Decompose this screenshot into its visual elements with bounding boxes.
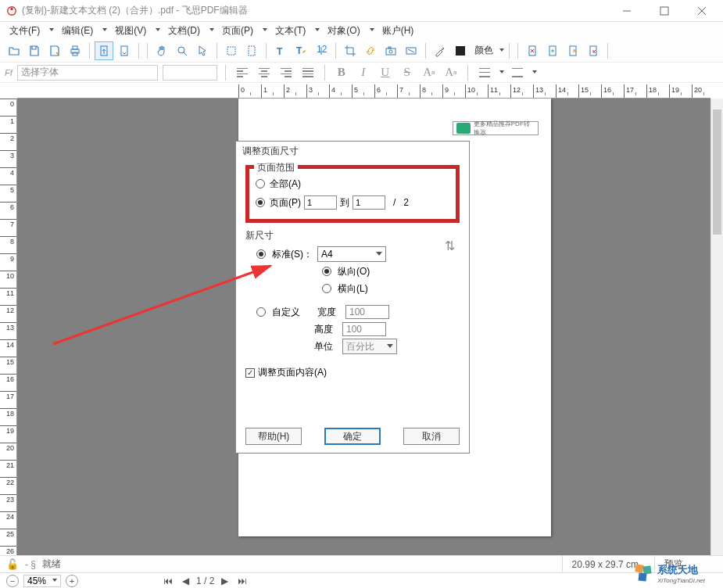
- menu-page[interactable]: 页面(P): [217, 23, 258, 39]
- color-swatch-icon[interactable]: [451, 41, 470, 60]
- menu-account[interactable]: 账户(H): [378, 23, 419, 39]
- svg-rect-14: [249, 46, 255, 56]
- zoom-icon[interactable]: [173, 41, 191, 60]
- all-pages-label: 全部(A): [270, 177, 301, 191]
- bold-icon[interactable]: B: [333, 64, 350, 81]
- help-button[interactable]: 帮助(H): [245, 428, 302, 445]
- menu-document[interactable]: 文档(D): [163, 23, 205, 39]
- page-export-icon[interactable]: [564, 41, 582, 60]
- page-mode-2-icon[interactable]: [115, 41, 134, 60]
- status-text: 就绪: [42, 558, 556, 571]
- page-range-legend: 页面范围: [254, 161, 298, 174]
- redact-icon[interactable]: [402, 41, 421, 60]
- page-import-icon[interactable]: [584, 41, 603, 60]
- svg-rect-21: [388, 47, 391, 48]
- brand-name: 系统天地: [657, 563, 705, 577]
- close-button[interactable]: [690, 2, 714, 20]
- char-spacing-icon[interactable]: [509, 64, 526, 81]
- align-justify-icon[interactable]: [299, 64, 317, 81]
- width-input[interactable]: [345, 305, 389, 319]
- svg-rect-34: [635, 564, 644, 573]
- zoom-value[interactable]: 45%: [23, 575, 61, 587]
- text-caret-icon[interactable]: 123: [312, 41, 331, 60]
- line-height-icon[interactable]: [476, 64, 493, 81]
- status-bar: 🔓 - § 就绪 20.99 x 29.7 cm 预览: [0, 555, 723, 572]
- menu-object[interactable]: 对象(O): [323, 23, 364, 39]
- crop-icon[interactable]: [341, 41, 360, 60]
- radio-portrait[interactable]: [322, 267, 331, 276]
- next-page-button[interactable]: ▶: [219, 575, 231, 586]
- watermark-banner: 更多精品推荐PDF转换器: [453, 121, 539, 135]
- custom-label: 自定义: [272, 306, 313, 319]
- adjust-content-checkbox[interactable]: ✓: [245, 368, 255, 378]
- strikethrough-icon[interactable]: S: [399, 64, 416, 81]
- font-size-select[interactable]: [163, 65, 217, 81]
- svg-line-23: [408, 49, 414, 52]
- page-add-icon[interactable]: [543, 41, 562, 60]
- align-right-icon[interactable]: [277, 64, 295, 81]
- portrait-label: 纵向(O): [338, 265, 370, 278]
- svg-point-1: [10, 7, 13, 10]
- camera-icon[interactable]: [381, 41, 400, 60]
- page-mode-1-icon[interactable]: [95, 41, 113, 60]
- radio-all-pages[interactable]: [256, 179, 265, 188]
- zoom-in-button[interactable]: +: [66, 575, 78, 587]
- align-left-icon[interactable]: [234, 64, 251, 81]
- first-page-button[interactable]: ⏮: [161, 575, 175, 586]
- app-logo-icon: [6, 5, 17, 16]
- select-rect-icon[interactable]: [222, 41, 241, 60]
- height-input[interactable]: [342, 322, 386, 336]
- save-as-icon[interactable]: [45, 41, 64, 60]
- radio-custom-size[interactable]: [256, 307, 266, 317]
- main-toolbar: T T 123 颜色: [0, 39, 723, 63]
- font-family-select[interactable]: 选择字体: [17, 65, 158, 81]
- vertical-scrollbar[interactable]: [710, 99, 723, 555]
- page-range-label: 页面(P): [270, 196, 301, 210]
- radio-standard-size[interactable]: [256, 249, 266, 259]
- page-from-input[interactable]: [304, 195, 337, 210]
- menu-text[interactable]: 文本(T): [270, 23, 310, 39]
- svg-text:T: T: [296, 45, 302, 56]
- swap-dimensions-icon[interactable]: ⇅: [445, 238, 455, 253]
- svg-rect-13: [227, 47, 235, 55]
- select-doc-icon[interactable]: [242, 41, 261, 60]
- last-page-button[interactable]: ⏭: [235, 575, 249, 586]
- menu-file[interactable]: 文件(F): [5, 23, 45, 39]
- text-edit-icon[interactable]: T: [292, 41, 310, 60]
- print-icon[interactable]: [66, 41, 84, 60]
- cancel-button[interactable]: 取消: [403, 428, 460, 445]
- link-icon[interactable]: [361, 41, 380, 60]
- text-tool-icon[interactable]: T: [271, 41, 290, 60]
- paper-size-select[interactable]: A4: [317, 246, 386, 262]
- standard-label: 标准(S)：: [272, 248, 313, 261]
- radio-landscape[interactable]: [322, 284, 331, 293]
- prev-page-button[interactable]: ◀: [180, 575, 191, 586]
- zoom-out-button[interactable]: −: [6, 575, 19, 587]
- svg-line-12: [184, 52, 187, 56]
- menu-view[interactable]: 视图(V): [110, 23, 151, 39]
- page-delete-icon[interactable]: [523, 41, 542, 60]
- subscript-icon[interactable]: Aa: [442, 64, 460, 81]
- minimize-button[interactable]: [615, 2, 639, 20]
- hand-icon[interactable]: [152, 41, 171, 60]
- horizontal-ruler: 0123456789101112131415161718192021: [17, 84, 710, 99]
- svg-rect-36: [639, 573, 647, 582]
- svg-rect-3: [660, 7, 668, 15]
- align-center-icon[interactable]: [256, 64, 273, 81]
- slash-label: /: [393, 197, 396, 208]
- italic-icon[interactable]: I: [355, 64, 372, 81]
- lock-icon: 🔓: [6, 558, 19, 570]
- unit-select[interactable]: 百分比: [342, 339, 397, 354]
- superscript-icon[interactable]: Aa: [421, 64, 438, 81]
- save-icon[interactable]: [25, 41, 44, 60]
- page-range-group: 页面范围 全部(A) 页面(P) 到 / 2: [245, 165, 460, 223]
- eyedropper-icon[interactable]: [431, 41, 449, 60]
- maximize-button[interactable]: [653, 2, 676, 20]
- ok-button[interactable]: 确定: [324, 428, 381, 445]
- radio-page-range[interactable]: [256, 198, 265, 207]
- page-to-input[interactable]: [353, 195, 385, 210]
- open-icon[interactable]: [5, 41, 23, 60]
- underline-icon[interactable]: U: [377, 64, 394, 81]
- menu-edit[interactable]: 编辑(E): [57, 23, 98, 39]
- pointer-icon[interactable]: [193, 41, 212, 60]
